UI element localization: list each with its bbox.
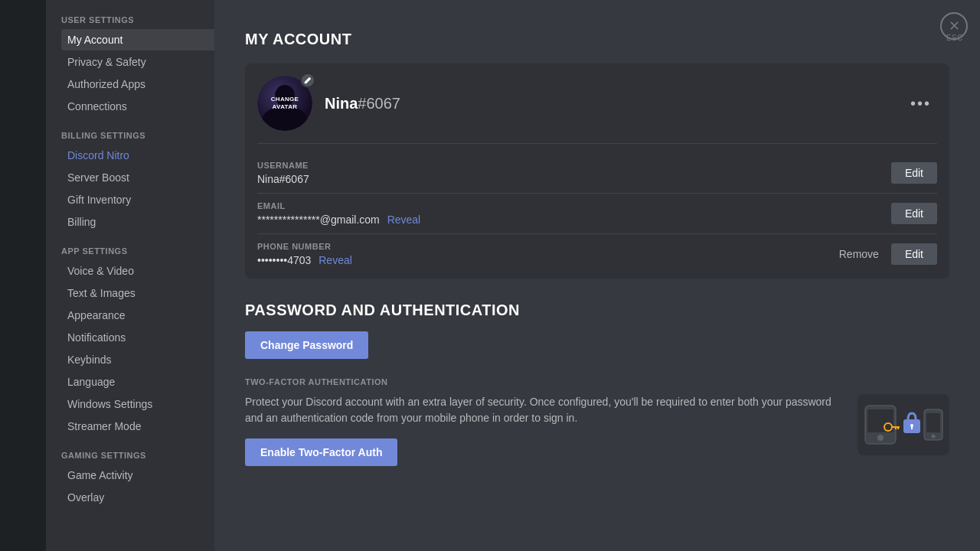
phone-reveal-link[interactable]: Reveal bbox=[318, 254, 352, 266]
profile-username: Nina#6067 bbox=[325, 95, 400, 112]
svg-point-11 bbox=[932, 435, 936, 439]
profile-menu-button[interactable]: ••• bbox=[904, 92, 937, 116]
settings-sidebar: USER SETTINGS My Account Privacy & Safet… bbox=[46, 0, 214, 551]
info-fields: USERNAME Nina#6067 Edit EMAIL **********… bbox=[257, 143, 937, 266]
phone-field-left: PHONE NUMBER ••••••••4703 Reveal bbox=[257, 242, 836, 266]
enable-2fa-button[interactable]: Enable Two-Factor Auth bbox=[245, 439, 397, 466]
email-edit-button[interactable]: Edit bbox=[891, 203, 937, 224]
sidebar-item-keybinds[interactable]: Keybinds bbox=[61, 349, 214, 370]
sidebar-item-gift-inventory[interactable]: Gift Inventory bbox=[61, 189, 214, 210]
phone-label: PHONE NUMBER bbox=[257, 242, 836, 251]
page-title: MY ACCOUNT bbox=[245, 31, 949, 48]
main-content: ✕ ESC MY ACCOUNT bbox=[214, 0, 980, 551]
phone-value: ••••••••4703 Reveal bbox=[257, 254, 836, 266]
email-label: EMAIL bbox=[257, 201, 891, 210]
change-password-button[interactable]: Change Password bbox=[245, 331, 368, 359]
sidebar-item-connections[interactable]: Connections bbox=[61, 96, 214, 117]
sidebar-item-overlay[interactable]: Overlay bbox=[61, 487, 214, 508]
sidebar-item-server-boost[interactable]: Server Boost bbox=[61, 167, 214, 188]
email-field-left: EMAIL ***************@gmail.com Reveal bbox=[257, 201, 891, 226]
profile-name-container: Nina#6067 bbox=[325, 95, 904, 112]
billing-settings-label: BILLING SETTINGS bbox=[61, 131, 214, 140]
svg-rect-8 bbox=[911, 425, 913, 429]
username-field: USERNAME Nina#6067 Edit bbox=[257, 153, 937, 194]
phone-remove-button[interactable]: Remove bbox=[836, 243, 882, 265]
two-factor-content: Protect your Discord account with an ext… bbox=[245, 394, 949, 466]
user-settings-label: USER SETTINGS bbox=[61, 15, 214, 24]
two-factor-illustration bbox=[858, 394, 949, 455]
sidebar-item-windows-settings[interactable]: Windows Settings bbox=[61, 393, 214, 415]
svg-rect-4 bbox=[867, 409, 893, 432]
gaming-settings-label: GAMING SETTINGS bbox=[61, 451, 214, 460]
sidebar-item-authorized-apps[interactable]: Authorized Apps bbox=[61, 73, 214, 95]
profile-header: CHANGEAVATAR Nina#6067 ••• bbox=[257, 76, 937, 131]
avatar-edit-icon bbox=[300, 73, 315, 88]
sidebar-item-discord-nitro[interactable]: Discord Nitro bbox=[61, 145, 214, 166]
username-field-left: USERNAME Nina#6067 bbox=[257, 161, 891, 185]
sidebar-item-game-activity[interactable]: Game Activity bbox=[61, 465, 214, 486]
svg-rect-10 bbox=[926, 413, 940, 432]
username-value: Nina#6067 bbox=[257, 173, 891, 185]
app-settings-label: APP SETTINGS bbox=[61, 246, 214, 256]
sidebar-item-notifications[interactable]: Notifications bbox=[61, 327, 214, 348]
username-edit-button[interactable]: Edit bbox=[891, 162, 937, 184]
username-label: USERNAME bbox=[257, 161, 891, 170]
sidebar-item-streamer-mode[interactable]: Streamer Mode bbox=[61, 416, 214, 437]
two-factor-description: Protect your Discord account with an ext… bbox=[245, 394, 842, 426]
esc-label: ESC bbox=[946, 34, 963, 42]
two-factor-left: Protect your Discord account with an ext… bbox=[245, 394, 842, 466]
sidebar-item-language[interactable]: Language bbox=[61, 371, 214, 393]
email-field: EMAIL ***************@gmail.com Reveal E… bbox=[257, 194, 937, 234]
phone-field: PHONE NUMBER ••••••••4703 Reveal Remove … bbox=[257, 234, 937, 266]
guild-sidebar bbox=[0, 0, 46, 551]
sidebar-item-text-images[interactable]: Text & Images bbox=[61, 282, 214, 304]
phone-edit-button[interactable]: Edit bbox=[891, 243, 937, 265]
sidebar-item-voice-video[interactable]: Voice & Video bbox=[61, 260, 214, 282]
password-section-title: PASSWORD AND AUTHENTICATION bbox=[245, 302, 949, 319]
email-value: ***************@gmail.com Reveal bbox=[257, 214, 891, 226]
email-reveal-link[interactable]: Reveal bbox=[387, 214, 421, 226]
sidebar-item-my-account[interactable]: My Account bbox=[61, 29, 214, 51]
password-section: PASSWORD AND AUTHENTICATION Change Passw… bbox=[245, 302, 949, 466]
sidebar-item-privacy-safety[interactable]: Privacy & Safety bbox=[61, 51, 214, 73]
profile-card: CHANGEAVATAR Nina#6067 ••• bbox=[245, 64, 949, 279]
sidebar-item-billing[interactable]: Billing bbox=[61, 211, 214, 233]
sidebar-item-appearance[interactable]: Appearance bbox=[61, 305, 214, 326]
svg-point-5 bbox=[877, 435, 884, 441]
two-factor-label: TWO-FACTOR AUTHENTICATION bbox=[245, 377, 949, 386]
avatar-container[interactable]: CHANGEAVATAR bbox=[257, 76, 312, 131]
